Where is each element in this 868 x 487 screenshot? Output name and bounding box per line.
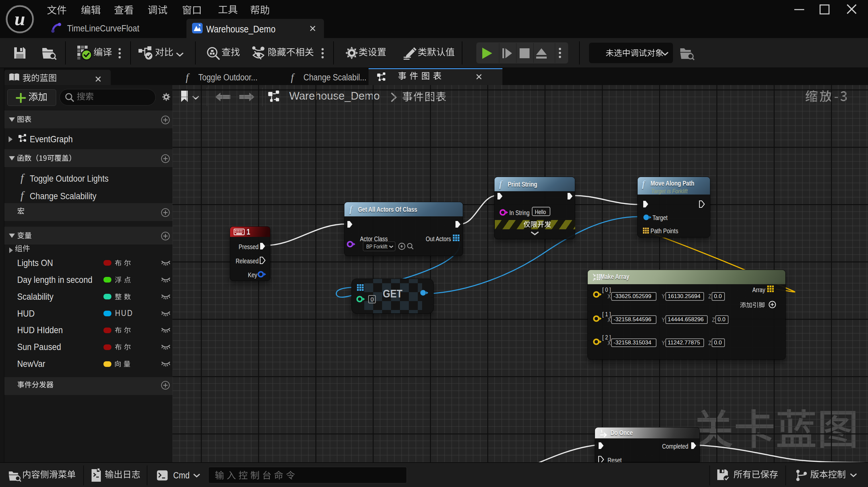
- svg-text:1: 1: [600, 429, 602, 433]
- svg-text:u: u: [14, 8, 25, 29]
